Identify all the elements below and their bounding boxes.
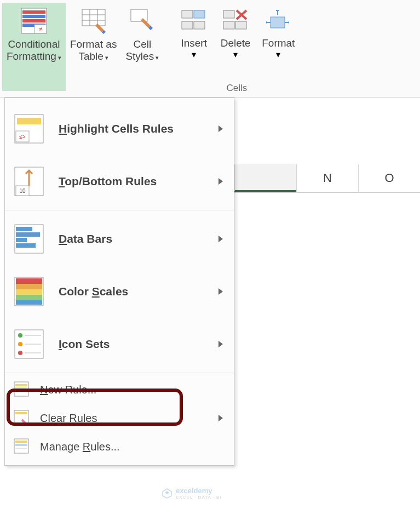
menu-color-scales[interactable]: Color SColor Scalescales xyxy=(5,265,234,318)
column-header-n[interactable]: N xyxy=(296,164,358,192)
watermark-brand: exceldemy xyxy=(176,487,222,495)
svg-rect-13 xyxy=(182,10,193,18)
svg-rect-15 xyxy=(182,21,193,29)
svg-rect-38 xyxy=(16,300,42,305)
svg-rect-32 xyxy=(16,243,36,248)
menu-icon-sets[interactable]: IIcon Setscon Sets xyxy=(5,318,234,370)
menu-divider xyxy=(5,373,234,373)
conditional-formatting-menu: ≤> HHighlight Cells Rulesighlight Cells … xyxy=(4,98,234,466)
svg-rect-17 xyxy=(223,10,234,18)
ribbon: ≠ Conditional Formatting ▾ Format as Tab… xyxy=(0,0,420,98)
clear-rules-icon xyxy=(14,410,30,426)
svg-rect-51 xyxy=(15,412,27,414)
svg-rect-20 xyxy=(271,17,285,28)
cell-styles-icon xyxy=(127,5,158,36)
svg-rect-2 xyxy=(22,15,45,18)
format-button[interactable]: Format ▾ xyxy=(256,3,300,62)
watermark-sub: EXCEL · DATA · BI xyxy=(176,495,222,500)
menu-label: HHighlight Cells Rulesighlight Cells Rul… xyxy=(59,122,218,135)
watermark-icon xyxy=(162,488,172,499)
format-as-table-label: Format as Table ▾ xyxy=(70,38,117,62)
submenu-arrow-icon xyxy=(218,125,223,132)
svg-rect-31 xyxy=(16,238,27,242)
svg-rect-53 xyxy=(15,441,27,443)
menu-label: IIcon Setscon Sets xyxy=(59,338,218,351)
svg-text:10: 10 xyxy=(19,188,26,194)
svg-rect-16 xyxy=(194,21,205,29)
svg-rect-1 xyxy=(22,10,45,14)
submenu-arrow-icon xyxy=(218,236,223,242)
column-header[interactable] xyxy=(234,164,296,192)
submenu-arrow-icon xyxy=(218,178,223,185)
dropdown-arrow-icon: ▾ xyxy=(233,49,238,60)
dropdown-arrow-icon: ▾ xyxy=(276,49,280,60)
conditional-formatting-label: Conditional Formatting ▾ xyxy=(7,38,61,62)
svg-rect-36 xyxy=(16,289,42,295)
svg-rect-3 xyxy=(22,19,45,22)
delete-label: Delete xyxy=(221,37,251,49)
svg-point-40 xyxy=(18,333,22,338)
svg-text:≠: ≠ xyxy=(39,26,42,32)
format-icon xyxy=(263,5,294,36)
styles-buttons: ≠ Conditional Formatting ▾ Format as Tab… xyxy=(2,3,163,82)
svg-rect-14 xyxy=(194,10,205,18)
manage-rules-icon xyxy=(14,438,30,455)
cells-group: Insert ▾ Delete ▾ Format ▾ Cells xyxy=(173,3,300,97)
svg-rect-37 xyxy=(16,295,42,300)
conditional-formatting-icon: ≠ xyxy=(19,5,49,36)
submenu-arrow-icon xyxy=(218,288,223,295)
format-as-table-button[interactable]: Format as Table ▾ xyxy=(66,3,122,91)
insert-button[interactable]: Insert ▾ xyxy=(173,3,215,62)
menu-label: NNew Rule...ew Rule... xyxy=(40,384,223,396)
menu-manage-rules[interactable]: Manage RManage Rules...ules... xyxy=(5,432,234,461)
svg-point-42 xyxy=(18,351,22,355)
svg-rect-19 xyxy=(235,21,246,29)
data-bars-icon xyxy=(14,224,44,254)
svg-rect-54 xyxy=(15,444,27,446)
svg-marker-57 xyxy=(165,491,169,494)
format-label: Format xyxy=(262,37,295,49)
delete-button[interactable]: Delete ▾ xyxy=(215,3,256,62)
cell-styles-button[interactable]: Cell Styles ▾ xyxy=(121,3,163,91)
color-scales-icon xyxy=(14,276,44,307)
menu-label: CClear Ruleslear Rules xyxy=(40,412,218,425)
svg-rect-29 xyxy=(16,227,32,231)
svg-rect-18 xyxy=(223,21,234,29)
menu-highlight-cells-rules[interactable]: ≤> HHighlight Cells Rulesighlight Cells … xyxy=(5,102,234,155)
conditional-formatting-button[interactable]: ≠ Conditional Formatting ▾ xyxy=(2,3,66,91)
menu-label: TTop/Bottom Rulesop/Bottom Rules xyxy=(59,175,218,188)
svg-rect-30 xyxy=(16,232,40,237)
cells-buttons: Insert ▾ Delete ▾ Format ▾ xyxy=(173,3,300,82)
menu-top-bottom-rules[interactable]: 10 TTop/Bottom Rulesop/Bottom Rules xyxy=(5,155,234,208)
format-as-table-icon xyxy=(78,5,109,36)
svg-point-41 xyxy=(18,342,22,346)
top-bottom-icon: 10 xyxy=(14,166,44,197)
submenu-arrow-icon xyxy=(218,341,223,347)
menu-label: DData Barsata Bars xyxy=(59,232,218,245)
insert-label: Insert xyxy=(181,37,207,49)
cells-group-label: Cells xyxy=(173,83,300,94)
column-header-o[interactable]: O xyxy=(358,164,420,192)
delete-icon xyxy=(220,5,251,36)
cell-styles-label: Cell Styles ▾ xyxy=(125,38,159,62)
menu-label: Color SColor Scalescales xyxy=(59,285,218,298)
menu-data-bars[interactable]: DData Barsata Bars xyxy=(5,213,234,265)
submenu-arrow-icon xyxy=(218,415,223,421)
insert-icon xyxy=(179,5,209,36)
svg-rect-35 xyxy=(16,284,42,289)
styles-group: ≠ Conditional Formatting ▾ Format as Tab… xyxy=(2,3,163,97)
menu-new-rule[interactable]: NNew Rule...ew Rule... xyxy=(5,375,234,404)
menu-label: Manage RManage Rules...ules... xyxy=(40,441,223,453)
dropdown-arrow-icon: ▾ xyxy=(192,49,196,60)
new-rule-icon xyxy=(14,381,30,398)
icon-sets-icon xyxy=(14,329,44,359)
svg-rect-7 xyxy=(82,9,105,26)
menu-clear-rules[interactable]: CClear Ruleslear Rules xyxy=(5,404,234,432)
column-headers: N O xyxy=(234,164,420,193)
svg-text:≤>: ≤> xyxy=(19,134,25,140)
svg-rect-22 xyxy=(17,118,41,124)
highlight-cells-icon: ≤> xyxy=(14,113,44,144)
watermark: exceldemy EXCEL · DATA · BI xyxy=(162,487,222,500)
svg-rect-46 xyxy=(14,382,28,396)
menu-divider xyxy=(5,210,234,210)
